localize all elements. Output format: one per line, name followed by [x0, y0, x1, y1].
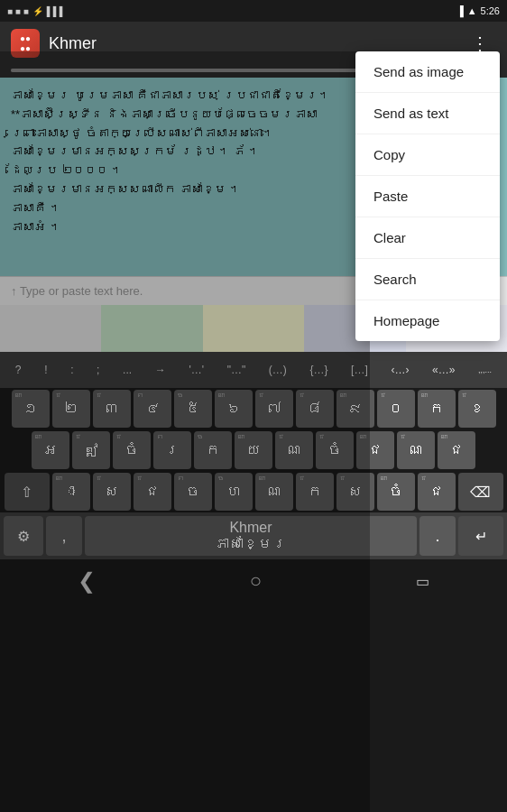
- menu-copy[interactable]: Copy: [355, 134, 500, 176]
- menu-clear[interactable]: Clear: [355, 217, 500, 259]
- delete-key[interactable]: ⌫: [458, 473, 503, 511]
- signal-bars: ▌▌▌: [47, 6, 66, 16]
- battery-full-icon: ▐: [456, 5, 464, 16]
- app-icon-label: ●●●●: [20, 33, 31, 53]
- key-k[interactable]: ណជ: [438, 431, 475, 469]
- status-bar-right: ▐ ▲ 5:26: [456, 5, 500, 16]
- wifi-icon: ▲: [467, 5, 477, 16]
- menu-overlay-dim[interactable]: [0, 51, 370, 812]
- status-bar: ■ ■ ■ ⚡ ▌▌▌ ▐ ▲ 5:26: [0, 0, 507, 22]
- key-guillemet-ellipsis[interactable]: «…»: [429, 362, 457, 378]
- key-angle-ellipsis[interactable]: ‹…›: [388, 362, 411, 378]
- battery-charging-icon: ⚡: [32, 6, 43, 16]
- menu-paste[interactable]: Paste: [355, 176, 500, 217]
- app-icon-small: ■ ■ ■: [7, 6, 29, 16]
- menu-send-as-text[interactable]: Send as text: [355, 93, 500, 134]
- menu-send-as-image[interactable]: Send as image: [355, 51, 500, 93]
- nav-recent-button[interactable]: ▭: [416, 573, 429, 590]
- period-label: .: [435, 527, 439, 546]
- time-display: 5:26: [481, 5, 500, 16]
- key-kha[interactable]: ជខ: [458, 390, 496, 428]
- menu-search[interactable]: Search: [355, 259, 500, 300]
- app-title: Khmer: [49, 34, 97, 53]
- key-ka[interactable]: ណក: [418, 390, 456, 428]
- key-0[interactable]: ជ០: [377, 390, 415, 428]
- key-j[interactable]: ជណ: [397, 431, 435, 469]
- menu-homepage[interactable]: Homepage: [355, 300, 500, 341]
- delete-icon: ⌫: [470, 484, 491, 501]
- enter-key[interactable]: ↵: [458, 516, 503, 556]
- key-comma-ellipsis[interactable]: ,,,...: [475, 364, 494, 376]
- enter-icon: ↵: [475, 528, 487, 545]
- context-menu: Send as image Send as text Copy Paste Cl…: [355, 51, 500, 341]
- period-key[interactable]: .: [419, 516, 456, 556]
- key-si[interactable]: ណចំ: [377, 473, 415, 511]
- status-bar-left: ■ ■ ■ ⚡ ▌▌▌: [7, 6, 66, 16]
- key-sj[interactable]: ជជ: [418, 473, 456, 511]
